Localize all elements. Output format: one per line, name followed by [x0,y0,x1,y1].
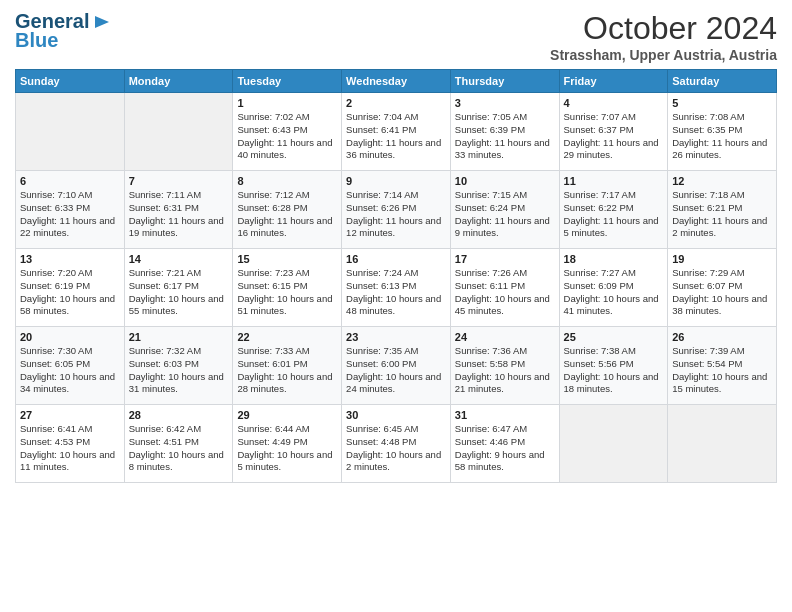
days-header-row: SundayMondayTuesdayWednesdayThursdayFrid… [16,70,777,93]
day-number: 15 [237,253,337,265]
day-number: 20 [20,331,120,343]
day-number: 9 [346,175,446,187]
calendar-cell: 27Sunrise: 6:41 AM Sunset: 4:53 PM Dayli… [16,405,125,483]
day-number: 21 [129,331,229,343]
calendar-cell: 8Sunrise: 7:12 AM Sunset: 6:28 PM Daylig… [233,171,342,249]
cell-content: Sunrise: 7:29 AM Sunset: 6:07 PM Dayligh… [672,267,772,318]
day-number: 17 [455,253,555,265]
header: General Blue October 2024 Strassham, Upp… [15,10,777,63]
day-number: 31 [455,409,555,421]
calendar-cell: 15Sunrise: 7:23 AM Sunset: 6:15 PM Dayli… [233,249,342,327]
calendar-cell [124,93,233,171]
calendar-cell: 19Sunrise: 7:29 AM Sunset: 6:07 PM Dayli… [668,249,777,327]
week-row-0: 1Sunrise: 7:02 AM Sunset: 6:43 PM Daylig… [16,93,777,171]
cell-content: Sunrise: 7:35 AM Sunset: 6:00 PM Dayligh… [346,345,446,396]
day-number: 13 [20,253,120,265]
calendar-cell [668,405,777,483]
calendar-cell: 16Sunrise: 7:24 AM Sunset: 6:13 PM Dayli… [342,249,451,327]
calendar-cell: 24Sunrise: 7:36 AM Sunset: 5:58 PM Dayli… [450,327,559,405]
calendar-cell: 23Sunrise: 7:35 AM Sunset: 6:00 PM Dayli… [342,327,451,405]
day-number: 24 [455,331,555,343]
cell-content: Sunrise: 7:10 AM Sunset: 6:33 PM Dayligh… [20,189,120,240]
calendar-cell: 3Sunrise: 7:05 AM Sunset: 6:39 PM Daylig… [450,93,559,171]
day-number: 22 [237,331,337,343]
calendar-cell: 14Sunrise: 7:21 AM Sunset: 6:17 PM Dayli… [124,249,233,327]
logo-icon [91,12,111,32]
day-number: 4 [564,97,664,109]
cell-content: Sunrise: 7:05 AM Sunset: 6:39 PM Dayligh… [455,111,555,162]
cell-content: Sunrise: 6:44 AM Sunset: 4:49 PM Dayligh… [237,423,337,474]
day-number: 11 [564,175,664,187]
cell-content: Sunrise: 6:45 AM Sunset: 4:48 PM Dayligh… [346,423,446,474]
day-number: 12 [672,175,772,187]
cell-content: Sunrise: 7:23 AM Sunset: 6:15 PM Dayligh… [237,267,337,318]
day-number: 7 [129,175,229,187]
day-number: 23 [346,331,446,343]
calendar-cell: 4Sunrise: 7:07 AM Sunset: 6:37 PM Daylig… [559,93,668,171]
cell-content: Sunrise: 7:26 AM Sunset: 6:11 PM Dayligh… [455,267,555,318]
page-container: General Blue October 2024 Strassham, Upp… [0,0,792,493]
calendar-cell: 6Sunrise: 7:10 AM Sunset: 6:33 PM Daylig… [16,171,125,249]
calendar-cell: 10Sunrise: 7:15 AM Sunset: 6:24 PM Dayli… [450,171,559,249]
location: Strassham, Upper Austria, Austria [550,47,777,63]
cell-content: Sunrise: 7:32 AM Sunset: 6:03 PM Dayligh… [129,345,229,396]
calendar-cell: 22Sunrise: 7:33 AM Sunset: 6:01 PM Dayli… [233,327,342,405]
cell-content: Sunrise: 7:11 AM Sunset: 6:31 PM Dayligh… [129,189,229,240]
calendar-cell: 25Sunrise: 7:38 AM Sunset: 5:56 PM Dayli… [559,327,668,405]
calendar-cell: 7Sunrise: 7:11 AM Sunset: 6:31 PM Daylig… [124,171,233,249]
cell-content: Sunrise: 7:12 AM Sunset: 6:28 PM Dayligh… [237,189,337,240]
cell-content: Sunrise: 7:24 AM Sunset: 6:13 PM Dayligh… [346,267,446,318]
cell-content: Sunrise: 7:08 AM Sunset: 6:35 PM Dayligh… [672,111,772,162]
week-row-4: 27Sunrise: 6:41 AM Sunset: 4:53 PM Dayli… [16,405,777,483]
title-area: October 2024 Strassham, Upper Austria, A… [550,10,777,63]
calendar-cell [559,405,668,483]
cell-content: Sunrise: 7:21 AM Sunset: 6:17 PM Dayligh… [129,267,229,318]
day-number: 29 [237,409,337,421]
day-number: 5 [672,97,772,109]
week-row-1: 6Sunrise: 7:10 AM Sunset: 6:33 PM Daylig… [16,171,777,249]
calendar-cell: 30Sunrise: 6:45 AM Sunset: 4:48 PM Dayli… [342,405,451,483]
calendar-cell: 26Sunrise: 7:39 AM Sunset: 5:54 PM Dayli… [668,327,777,405]
cell-content: Sunrise: 7:02 AM Sunset: 6:43 PM Dayligh… [237,111,337,162]
cell-content: Sunrise: 7:39 AM Sunset: 5:54 PM Dayligh… [672,345,772,396]
cell-content: Sunrise: 6:41 AM Sunset: 4:53 PM Dayligh… [20,423,120,474]
month-title: October 2024 [550,10,777,47]
day-number: 10 [455,175,555,187]
cell-content: Sunrise: 7:07 AM Sunset: 6:37 PM Dayligh… [564,111,664,162]
logo-blue: Blue [15,29,58,52]
day-number: 1 [237,97,337,109]
calendar-cell: 21Sunrise: 7:32 AM Sunset: 6:03 PM Dayli… [124,327,233,405]
calendar-cell: 9Sunrise: 7:14 AM Sunset: 6:26 PM Daylig… [342,171,451,249]
calendar-cell: 2Sunrise: 7:04 AM Sunset: 6:41 PM Daylig… [342,93,451,171]
calendar-cell: 13Sunrise: 7:20 AM Sunset: 6:19 PM Dayli… [16,249,125,327]
logo: General Blue [15,10,111,52]
day-number: 18 [564,253,664,265]
cell-content: Sunrise: 7:27 AM Sunset: 6:09 PM Dayligh… [564,267,664,318]
cell-content: Sunrise: 7:20 AM Sunset: 6:19 PM Dayligh… [20,267,120,318]
calendar-cell: 29Sunrise: 6:44 AM Sunset: 4:49 PM Dayli… [233,405,342,483]
calendar-table: SundayMondayTuesdayWednesdayThursdayFrid… [15,69,777,483]
cell-content: Sunrise: 7:17 AM Sunset: 6:22 PM Dayligh… [564,189,664,240]
day-number: 26 [672,331,772,343]
day-number: 25 [564,331,664,343]
day-number: 8 [237,175,337,187]
week-row-3: 20Sunrise: 7:30 AM Sunset: 6:05 PM Dayli… [16,327,777,405]
day-header-sunday: Sunday [16,70,125,93]
calendar-cell: 20Sunrise: 7:30 AM Sunset: 6:05 PM Dayli… [16,327,125,405]
week-row-2: 13Sunrise: 7:20 AM Sunset: 6:19 PM Dayli… [16,249,777,327]
cell-content: Sunrise: 7:18 AM Sunset: 6:21 PM Dayligh… [672,189,772,240]
calendar-cell: 17Sunrise: 7:26 AM Sunset: 6:11 PM Dayli… [450,249,559,327]
cell-content: Sunrise: 6:42 AM Sunset: 4:51 PM Dayligh… [129,423,229,474]
day-number: 6 [20,175,120,187]
cell-content: Sunrise: 7:04 AM Sunset: 6:41 PM Dayligh… [346,111,446,162]
day-number: 16 [346,253,446,265]
cell-content: Sunrise: 7:30 AM Sunset: 6:05 PM Dayligh… [20,345,120,396]
day-header-thursday: Thursday [450,70,559,93]
day-header-monday: Monday [124,70,233,93]
calendar-cell: 11Sunrise: 7:17 AM Sunset: 6:22 PM Dayli… [559,171,668,249]
day-number: 19 [672,253,772,265]
cell-content: Sunrise: 7:14 AM Sunset: 6:26 PM Dayligh… [346,189,446,240]
calendar-cell: 18Sunrise: 7:27 AM Sunset: 6:09 PM Dayli… [559,249,668,327]
calendar-cell: 5Sunrise: 7:08 AM Sunset: 6:35 PM Daylig… [668,93,777,171]
day-header-wednesday: Wednesday [342,70,451,93]
